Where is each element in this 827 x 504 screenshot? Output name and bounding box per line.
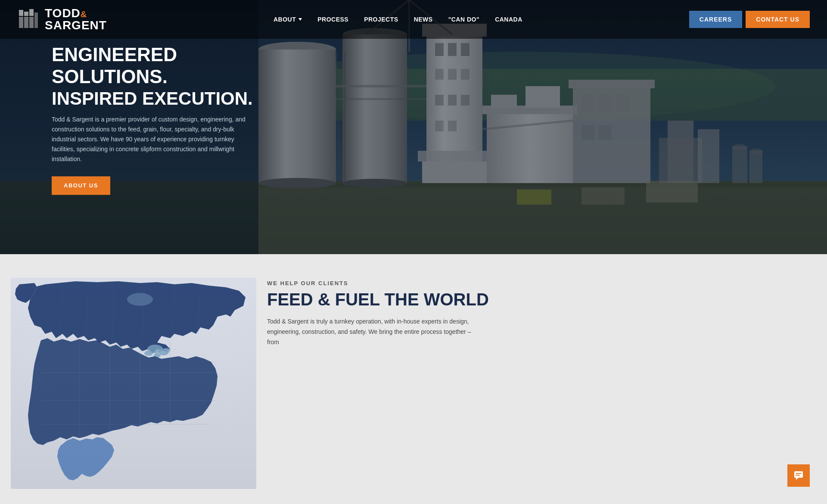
nav-canada[interactable]: CANADA [489,12,529,26]
nav-buttons: CAREERS CONTACT US [689,11,810,28]
section-title: FEED & FUEL THE WORLD [267,290,801,309]
svg-point-69 [163,348,170,352]
section-eyebrow: WE HELP OUR CLIENTS [267,280,801,286]
hero-title-line2: INSPIRED EXECUTION. [52,89,253,109]
nav-news[interactable]: NEWS [408,12,439,26]
hero-content: ENGINEERED SOLUTIONS. INSPIRED EXECUTION… [52,44,254,195]
nav-links: ABOUT PROCESS PROJECTS NEWS "CAN DO" CAN… [267,12,529,26]
section-description: Todd & Sargent is truly a turnkey operat… [267,317,482,347]
north-america-map [11,278,256,489]
svg-rect-86 [796,473,802,474]
chevron-down-icon [298,18,302,21]
nav-projects[interactable]: PROJECTS [358,12,404,26]
chat-icon [793,470,804,481]
svg-rect-4 [24,17,28,28]
svg-rect-87 [796,475,800,476]
svg-point-83 [127,293,153,306]
hero-title-line1: ENGINEERED SOLUTIONS. [52,44,177,87]
svg-rect-5 [29,17,34,28]
nav-about[interactable]: ABOUT [267,12,308,26]
hero-title: ENGINEERED SOLUTIONS. INSPIRED EXECUTION… [52,44,254,109]
map-container [0,254,258,504]
logo[interactable]: TODD& SARGENT [17,7,107,31]
svg-rect-3 [19,17,23,28]
floating-chat-button[interactable] [787,464,810,487]
navbar: TODD& SARGENT ABOUT PROCESS PROJECTS NEW… [0,0,827,39]
svg-marker-85 [796,478,799,480]
lower-section: WE HELP OUR CLIENTS FEED & FUEL THE WORL… [0,254,827,504]
logo-name-top: TODD [45,6,81,20]
contact-button[interactable]: CONTACT US [746,11,810,28]
svg-point-67 [144,351,153,356]
nav-cando[interactable]: "CAN DO" [442,12,486,26]
svg-rect-1 [24,12,28,16]
logo-text: TODD& SARGENT [45,7,107,31]
careers-button[interactable]: CAREERS [689,11,742,28]
hero-description: Todd & Sargent is a premier provider of … [52,115,254,164]
svg-rect-2 [29,9,34,16]
about-us-button[interactable]: ABOUT US [52,177,110,195]
svg-rect-6 [34,12,38,28]
logo-name-bottom: SARGENT [45,19,107,31]
content-side: WE HELP OUR CLIENTS FEED & FUEL THE WORL… [258,254,827,504]
logo-icon [17,8,40,31]
nav-process[interactable]: PROCESS [311,12,354,26]
svg-rect-0 [19,10,23,16]
logo-ampersand: & [81,9,87,19]
svg-rect-84 [794,471,803,478]
